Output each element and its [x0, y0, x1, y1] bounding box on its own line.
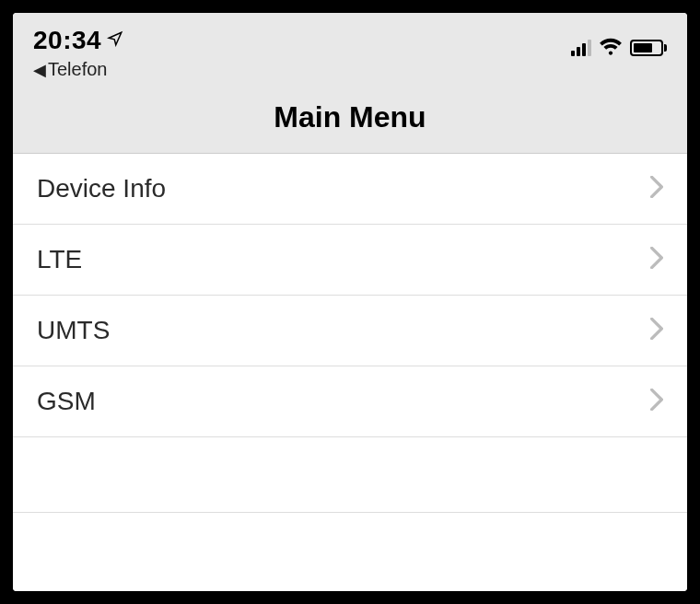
menu-item-lte[interactable]: LTE — [13, 225, 687, 296]
location-icon — [107, 29, 123, 52]
menu-item-label: GSM — [37, 387, 96, 416]
screen: 20:34 ◀ Telefon — [13, 13, 687, 591]
back-to-app-button[interactable]: ◀ Telefon — [33, 59, 108, 80]
chevron-right-icon — [650, 247, 663, 273]
menu-item-device-info[interactable]: Device Info — [13, 154, 687, 225]
time-row: 20:34 — [33, 26, 123, 55]
status-bar: 20:34 ◀ Telefon — [13, 13, 687, 84]
wifi-icon — [599, 37, 623, 59]
menu-item-label: Device Info — [37, 174, 166, 203]
page-title: Main Menu — [13, 100, 687, 134]
menu-item-gsm[interactable]: GSM — [13, 366, 687, 437]
chevron-right-icon — [650, 176, 663, 202]
menu-item-umts[interactable]: UMTS — [13, 296, 687, 366]
device-frame: 20:34 ◀ Telefon — [0, 0, 700, 604]
back-app-label: Telefon — [48, 59, 108, 80]
menu-list: Device Info LTE UMTS GSM — [13, 154, 687, 591]
back-caret-icon: ◀ — [33, 60, 46, 80]
menu-item-label: UMTS — [37, 316, 110, 345]
cellular-signal-icon — [571, 40, 591, 56]
status-time: 20:34 — [33, 26, 101, 55]
battery-icon — [630, 40, 667, 56]
status-bar-left: 20:34 ◀ Telefon — [33, 26, 123, 80]
chevron-right-icon — [650, 318, 663, 343]
empty-row — [13, 437, 687, 513]
status-bar-right — [571, 26, 667, 59]
navigation-header: Main Menu — [13, 84, 687, 154]
menu-item-label: LTE — [37, 245, 82, 274]
chevron-right-icon — [650, 389, 663, 414]
